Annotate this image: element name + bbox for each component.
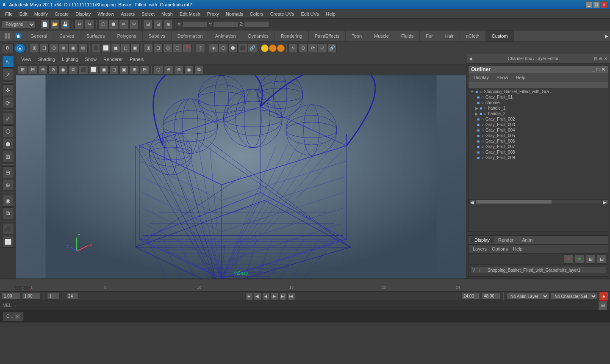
snap-curve-button[interactable]: ⊟ — [153, 20, 163, 29]
tree-item-fruit006[interactable]: ■ ○ Gray_Fruit_006 — [469, 138, 608, 144]
tb-icon-9[interactable]: ◼ — [111, 44, 120, 53]
cb-collapse-icon[interactable]: ◀ — [469, 56, 472, 61]
tb-icon-1[interactable]: ⊞ — [30, 44, 39, 53]
lasso-tool-button[interactable]: ⬢ — [109, 20, 118, 29]
tb-icon-11[interactable]: ▣ — [130, 44, 140, 53]
tab-surfaces[interactable]: Surfaces — [80, 30, 111, 41]
pb-go-start[interactable]: ⏮ — [245, 292, 253, 300]
move-select-tool[interactable]: ↗ — [2, 69, 14, 80]
save-scene-button[interactable]: 💾 — [61, 20, 70, 29]
tb-icon-8[interactable]: ⬜ — [101, 44, 111, 53]
tab-hair[interactable]: Hair — [439, 30, 460, 41]
tb-icon-12[interactable]: ⊞ — [144, 44, 153, 53]
tab-custom[interactable]: Custom — [486, 30, 514, 41]
vp-icon-18[interactable]: ⧉ — [194, 65, 204, 74]
tb-icon-16[interactable]: ❓ — [183, 44, 192, 53]
outliner-search-input[interactable] — [469, 82, 608, 89]
tab-general[interactable]: General — [25, 30, 53, 41]
tab-scroll-right[interactable]: ▶ — [603, 30, 610, 41]
le-tab-anim[interactable]: Anim — [518, 237, 537, 243]
ruler-ticks[interactable]: 1 5 10 15 20 24 — [30, 290, 474, 290]
current-frame-input[interactable] — [2, 293, 20, 300]
tab-toon[interactable]: Toon — [346, 30, 368, 41]
pb-step-back-key[interactable]: ◀| — [254, 292, 261, 300]
le-menu-help[interactable]: Help — [510, 245, 525, 252]
scroll-thumb[interactable] — [476, 200, 552, 204]
tb-icon-21[interactable]: ⬛ — [238, 44, 247, 53]
vp-icon-13[interactable]: ⊟ — [140, 65, 149, 74]
cb-close-icon[interactable]: ✕ — [604, 56, 607, 61]
menu-modify[interactable]: Modify — [31, 11, 51, 17]
share-icon[interactable]: 🔗 — [327, 44, 337, 53]
scale-icon[interactable]: ⤢ — [318, 44, 327, 53]
snap-point-button[interactable]: ⊕ — [164, 20, 173, 29]
tab-fur[interactable]: Fur — [420, 30, 439, 41]
tab-subdivs[interactable]: Subdivs — [143, 30, 172, 41]
vp-icon-5[interactable]: ◉ — [58, 65, 68, 74]
vp-icon-4[interactable]: ⊗ — [48, 65, 58, 74]
frame-current-input[interactable] — [47, 293, 60, 300]
grid-tool[interactable]: ⧉ — [2, 207, 14, 219]
maximize-button[interactable]: □ — [593, 1, 600, 8]
menu-select[interactable]: Select — [138, 11, 158, 17]
menu-edit-uvs[interactable]: Edit UVs — [298, 11, 323, 17]
start-frame-input[interactable] — [22, 293, 41, 300]
le-tab-display[interactable]: Display — [470, 237, 494, 243]
cb-icon-2[interactable]: ⊕ — [599, 56, 602, 61]
select-tool[interactable]: ↖ — [2, 56, 14, 68]
menu-proxy[interactable]: Proxy — [204, 11, 222, 17]
menu-colors[interactable]: Colors — [247, 11, 267, 17]
tb-icon-13[interactable]: ⊟ — [153, 44, 163, 53]
select-tool-button[interactable]: ⬡ — [99, 20, 108, 29]
tb-icon-14[interactable]: ⊕ — [163, 44, 172, 53]
vp-menu-panels[interactable]: Panels — [127, 57, 147, 62]
layer-visibility[interactable]: V — [472, 268, 479, 273]
new-scene-button[interactable]: 📄 — [40, 20, 50, 29]
x-input[interactable] — [182, 21, 208, 28]
scroll-track[interactable] — [476, 200, 602, 204]
taskbar-item-close[interactable]: ✕ — [15, 314, 20, 319]
home-indicator[interactable] — [14, 43, 26, 53]
outliner-maximize[interactable]: □ — [596, 66, 599, 72]
tab-muscle[interactable]: Muscle — [368, 30, 395, 41]
tb-icon-22[interactable]: 🔗 — [248, 44, 257, 53]
vp-icon-12[interactable]: ⊞ — [130, 65, 139, 74]
le-menu-layers[interactable]: Layers — [470, 245, 489, 252]
redo-button[interactable]: ↪ — [85, 20, 94, 29]
auto-key-button[interactable]: ● — [599, 292, 608, 301]
tab-deformation[interactable]: Deformation — [172, 30, 209, 41]
menu-display[interactable]: Display — [72, 11, 94, 17]
transform-tool[interactable]: ⊞ — [2, 151, 14, 163]
layer-row-1[interactable]: V / Shopping_Basket_Filled_with_Grapefru… — [470, 267, 606, 274]
paint-tool-button[interactable]: ✏ — [119, 20, 128, 29]
tree-item-root[interactable]: ▼ ■ ○ Shopping_Basket_Filled_with_Gra... — [469, 89, 608, 94]
tab-painteffects[interactable]: PaintEffects — [309, 30, 346, 41]
tree-item-handle2[interactable]: ▶ ■ ○ handle_2 — [469, 111, 608, 116]
cb-icon-1[interactable]: ⊟ — [594, 56, 597, 61]
tb-icon-15[interactable]: ⬡ — [173, 44, 182, 53]
3d-viewport[interactable]: X Y Z fnSnap — [16, 75, 466, 279]
outliner-tab-display[interactable]: Display — [470, 74, 492, 81]
menu-assets[interactable]: Assets — [117, 11, 138, 17]
max-frame-input[interactable] — [461, 293, 480, 300]
tab-animation[interactable]: Animation — [209, 30, 242, 41]
tb-icon-6[interactable]: ⧉ — [78, 44, 88, 53]
tree-item-fruit005[interactable]: ■ ○ Gray_Fruit_005 — [469, 133, 608, 138]
tb-icon-4[interactable]: ⊗ — [59, 44, 68, 53]
tree-item-fruit009[interactable]: ■ ○ Gray_Fruit_009 — [469, 155, 608, 160]
mode-dropdown[interactable]: Polygons — [2, 20, 36, 29]
minimize-button[interactable]: _ — [585, 1, 592, 8]
le-icon-2[interactable]: ≡ — [575, 254, 584, 264]
vp-icon-17[interactable]: ◉ — [184, 65, 194, 74]
vp-menu-shading[interactable]: Shading — [36, 57, 58, 62]
command-input[interactable] — [14, 303, 598, 308]
lasso-tool[interactable]: ✜ — [2, 84, 14, 96]
tree-item-fruit007[interactable]: ■ ○ Gray_Fruit_007 — [469, 144, 608, 149]
vp-icon-2[interactable]: ⊟ — [28, 65, 37, 74]
scale-tool[interactable]: ⬢ — [2, 138, 14, 150]
rotate-icon[interactable]: ⟳ — [308, 44, 317, 53]
tab-polygons[interactable]: Polygons — [111, 30, 142, 41]
menu-create-uvs[interactable]: Create UVs — [267, 11, 298, 17]
menu-window[interactable]: Window — [94, 11, 117, 17]
scroll-right-btn[interactable]: ▶ — [603, 200, 608, 204]
